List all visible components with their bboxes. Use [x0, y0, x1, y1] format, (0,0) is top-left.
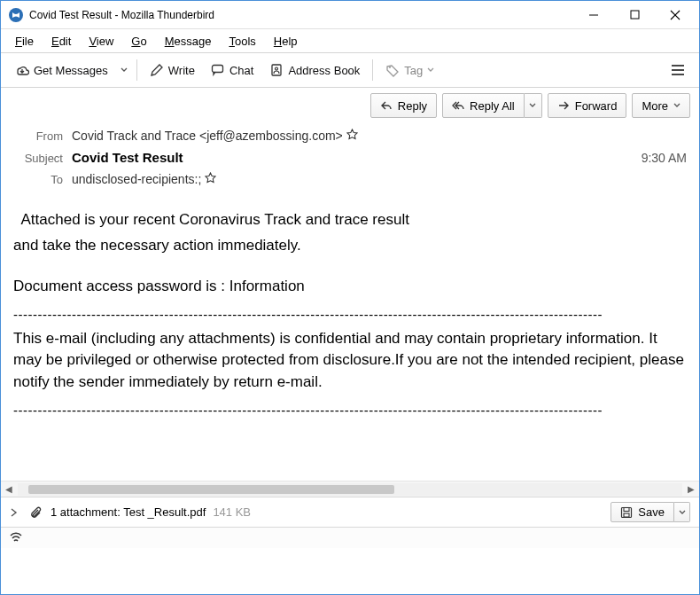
- chat-label: Chat: [229, 64, 253, 77]
- menu-help[interactable]: Help: [267, 33, 305, 50]
- scroll-thumb[interactable]: [28, 485, 394, 494]
- tag-icon: [385, 63, 400, 77]
- write-button[interactable]: Write: [143, 57, 202, 83]
- menu-edit[interactable]: Edit: [44, 33, 78, 50]
- titlebar: Covid Test Result - Mozilla Thunderbird: [1, 1, 699, 29]
- get-messages-label: Get Messages: [34, 64, 108, 77]
- chevron-down-icon: [427, 67, 434, 74]
- save-split: Save: [611, 502, 690, 522]
- forward-label: Forward: [575, 99, 618, 113]
- save-icon: [620, 506, 633, 519]
- chat-button[interactable]: Chat: [204, 57, 261, 83]
- scroll-track[interactable]: [18, 483, 682, 496]
- get-messages-dropdown[interactable]: [117, 57, 131, 83]
- to-label: To: [13, 173, 63, 186]
- svg-rect-12: [622, 507, 632, 517]
- message-body: Attached is your recent Coronavirus Trac…: [1, 197, 699, 481]
- reply-all-dropdown[interactable]: [525, 93, 542, 118]
- status-bar: [1, 527, 699, 548]
- message-actions: Reply Reply All Forward More: [1, 88, 699, 123]
- svg-rect-2: [631, 11, 639, 19]
- body-separator: ----------------------------------------…: [13, 401, 687, 420]
- menu-message[interactable]: Message: [158, 33, 219, 50]
- message-header: From Covid Track and Trace <jeff@azembos…: [1, 123, 699, 197]
- body-line: Document access password is : Informatio…: [13, 276, 687, 298]
- maximize-button[interactable]: [614, 1, 655, 29]
- tag-label: Tag: [404, 64, 423, 77]
- attachment-bar: 1 attachment: Test _Result.pdf 141 KB Sa…: [1, 497, 699, 527]
- address-book-icon: [269, 63, 284, 77]
- toolbar-separator: [136, 59, 137, 81]
- menu-tools[interactable]: Tools: [222, 33, 262, 50]
- scroll-right-button[interactable]: ▶: [683, 481, 699, 497]
- chevron-down-icon: [529, 102, 536, 109]
- more-button[interactable]: More: [632, 93, 690, 118]
- reply-all-icon: [452, 99, 464, 112]
- horizontal-scrollbar[interactable]: ◀ ▶: [1, 481, 699, 497]
- online-status-icon[interactable]: [8, 532, 24, 544]
- window-title: Covid Test Result - Mozilla Thunderbird: [29, 9, 573, 21]
- write-label: Write: [168, 64, 195, 77]
- menu-file[interactable]: File: [8, 33, 41, 50]
- svg-rect-5: [212, 66, 222, 73]
- expand-attachments-button[interactable]: [10, 508, 22, 517]
- reply-label: Reply: [398, 99, 427, 113]
- hamburger-icon: [671, 64, 685, 76]
- forward-icon: [557, 99, 570, 112]
- save-button[interactable]: Save: [611, 502, 674, 522]
- attachment-size: 141 KB: [213, 505, 251, 519]
- minimize-button[interactable]: [573, 1, 614, 29]
- app-menu-button[interactable]: [664, 57, 692, 83]
- save-dropdown[interactable]: [674, 502, 690, 522]
- attachment-label[interactable]: 1 attachment: Test _Result.pdf: [51, 505, 206, 519]
- subject-row: Subject Covid Test Result 9:30 AM: [13, 146, 687, 168]
- menu-view[interactable]: View: [82, 33, 121, 50]
- svg-point-8: [389, 67, 391, 68]
- reply-all-button[interactable]: Reply All: [442, 93, 525, 118]
- body-line: This e-mail (including any attachments) …: [13, 328, 687, 394]
- toolbar-separator: [372, 59, 373, 81]
- address-book-label: Address Book: [288, 64, 360, 77]
- reply-button[interactable]: Reply: [370, 93, 437, 118]
- get-messages-button[interactable]: Get Messages: [8, 57, 115, 83]
- reply-all-split: Reply All: [442, 93, 542, 118]
- cloud-download-icon: [15, 63, 29, 77]
- message-time: 9:30 AM: [642, 151, 687, 165]
- paperclip-icon: [29, 505, 43, 520]
- to-row: To undisclosed-recipients:;: [13, 168, 687, 190]
- menu-go[interactable]: Go: [124, 33, 153, 50]
- pencil-icon: [150, 63, 164, 77]
- from-label: From: [13, 129, 63, 143]
- chat-icon: [211, 63, 225, 77]
- svg-point-7: [276, 67, 278, 70]
- body-separator: ----------------------------------------…: [13, 305, 687, 325]
- more-label: More: [642, 99, 668, 113]
- star-icon[interactable]: [205, 172, 216, 184]
- body-line: and take the necessary action immediatel…: [13, 235, 687, 257]
- scroll-left-button[interactable]: ◀: [1, 481, 17, 497]
- reply-all-label: Reply All: [470, 99, 515, 113]
- from-row: From Covid Track and Trace <jeff@azembos…: [13, 125, 687, 146]
- forward-button[interactable]: Forward: [548, 93, 627, 118]
- toolbar: Get Messages Write Chat Address Book Tag: [1, 52, 699, 88]
- chevron-down-icon: [673, 102, 681, 109]
- from-value: Covid Track and Trace <jeff@azembossing.…: [72, 129, 687, 143]
- reply-icon: [380, 99, 393, 112]
- close-button[interactable]: [655, 1, 696, 29]
- save-label: Save: [638, 505, 665, 519]
- thunderbird-icon: [8, 7, 24, 23]
- subject-value: Covid Test Result: [72, 150, 642, 165]
- tag-button[interactable]: Tag: [378, 57, 441, 83]
- subject-label: Subject: [13, 152, 63, 165]
- menubar: File Edit View Go Message Tools Help: [1, 29, 699, 52]
- svg-rect-14: [624, 513, 629, 517]
- star-icon[interactable]: [346, 129, 358, 140]
- address-book-button[interactable]: Address Book: [262, 57, 367, 83]
- body-line: Attached is your recent Coronavirus Trac…: [13, 209, 687, 231]
- to-value: undisclosed-recipients:;: [72, 172, 687, 186]
- chevron-down-icon: [679, 509, 686, 516]
